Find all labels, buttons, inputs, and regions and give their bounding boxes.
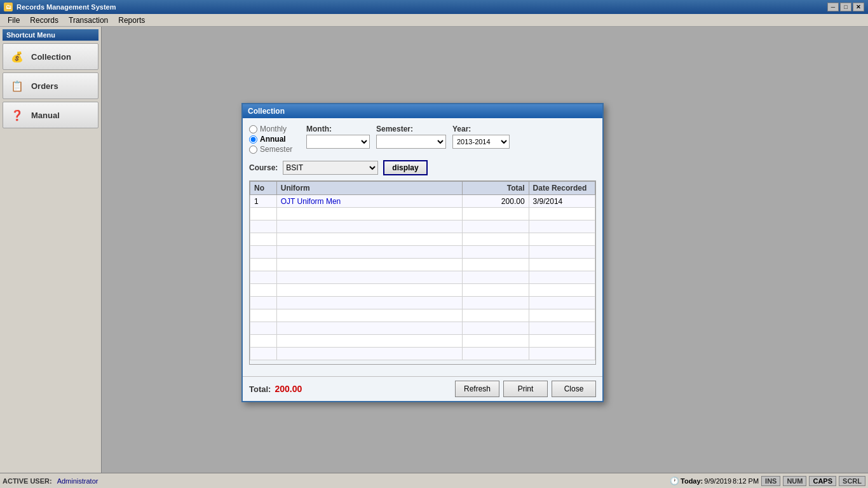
month-label: Month: [306,125,370,133]
cell-uniform: OJT Uniform Men [276,195,462,208]
status-bar: ACTIVE USER: Administrator 🕐 Today: 9/9/… [0,473,868,488]
course-label: Course: [249,163,278,172]
clock-time: 8:12 PM [733,477,759,485]
table-wrapper: No Uniform Total Date Recorded 1 OJT Uni… [249,180,596,365]
data-table: No Uniform Total Date Recorded 1 OJT Uni… [250,181,595,360]
title-bar-left: 🗂 Records Management System [4,3,116,11]
table-row-empty [250,297,595,309]
total-value: 200.00 [275,384,302,394]
table-row: 1 OJT Uniform Men 200.00 3/9/2014 [250,195,595,208]
total-area: Total: 200.00 [249,384,302,394]
total-label: Total: [249,384,271,394]
semester-label: Semester [260,145,292,154]
table-row-empty [250,309,595,322]
table-row-empty [250,208,595,220]
semester-filter-group: Semester: 1st Semester 2nd Semester [376,125,446,149]
year-select[interactable]: 2013-2014 2014-2015 2015-2016 [452,135,510,149]
scrl-indicator: SCRL [839,476,865,486]
caps-indicator: CAPS [809,476,836,486]
dialog-title: Collection [248,107,285,116]
table-row-empty [250,220,595,233]
dialog-body: Monthly Annual Semester Mon [243,118,602,376]
menu-records[interactable]: Records [25,15,64,26]
footer-buttons: Refresh Print Close [455,381,596,397]
restore-button[interactable]: □ [840,3,851,11]
table-row-empty [250,233,595,246]
table-header-row: No Uniform Total Date Recorded [250,182,595,195]
manual-icon: ❓ [8,106,26,124]
menu-reports[interactable]: Reports [113,15,150,26]
orders-label: Orders [31,81,58,91]
table-row-empty [250,335,595,348]
col-total: Total [463,182,529,195]
month-filter-group: Month: January February March April May … [306,125,370,149]
close-dialog-button[interactable]: Close [552,381,596,397]
table-row-empty [250,348,595,360]
ins-indicator: INS [761,476,780,486]
collection-button[interactable]: 💰 Collection [3,43,98,70]
year-filter-label: Year: [452,125,510,133]
num-indicator: NUM [783,476,806,486]
menu-bar: File Records Transaction Reports [0,14,868,27]
annual-label: Annual [260,135,286,144]
display-button[interactable]: display [383,160,427,175]
active-user-value: Administrator [57,477,98,485]
dialog-footer: Total: 200.00 Refresh Print Close [243,376,602,401]
table-row-empty [250,259,595,271]
year-filter-group: Year: 2013-2014 2014-2015 2015-2016 [452,125,510,149]
print-button[interactable]: Print [503,381,548,397]
collection-label: Collection [31,52,71,62]
refresh-button[interactable]: Refresh [455,381,499,397]
annual-radio-row[interactable]: Annual [249,135,306,144]
table-row-empty [250,284,595,297]
close-button[interactable]: ✕ [853,3,864,11]
table-row-empty [250,322,595,335]
table-body: 1 OJT Uniform Men 200.00 3/9/2014 [250,195,595,360]
radio-group: Monthly Annual Semester [249,125,306,154]
col-no: No [250,182,277,195]
date-filters: Month: January February March April May … [306,125,596,154]
status-right: 🕐 Today: 9/9/2019 8:12 PM INS NUM CAPS S… [670,476,865,486]
filter-section: Monthly Annual Semester Mon [249,125,596,154]
menu-transaction[interactable]: Transaction [64,15,113,26]
month-select[interactable]: January February March April May June Ju… [306,135,370,149]
monthly-radio[interactable] [249,125,257,133]
shortcut-menu-label: Shortcut Menu [3,29,98,41]
col-uniform: Uniform [276,182,462,195]
manual-button[interactable]: ❓ Manual [3,102,98,128]
main-layout: Shortcut Menu 💰 Collection 📋 Orders ❓ Ma… [0,27,868,473]
monthly-radio-row[interactable]: Monthly [249,125,306,133]
sidebar: Shortcut Menu 💰 Collection 📋 Orders ❓ Ma… [0,27,102,473]
clock-area: 🕐 Today: 9/9/2019 8:12 PM [670,477,759,485]
content-area: Collection Monthly Annual [102,27,868,473]
today-label: Today: [681,477,703,485]
title-bar: 🗂 Records Management System ─ □ ✕ [0,0,868,14]
cell-no: 1 [250,195,277,208]
collection-icon: 💰 [8,48,26,65]
semester-radio-row[interactable]: Semester [249,145,306,154]
today-date: 9/9/2019 [704,477,731,485]
semester-radio[interactable] [249,146,257,154]
app-icon: 🗂 [4,3,13,11]
dialog-titlebar: Collection [243,104,602,118]
semester-filter-label: Semester: [376,125,446,133]
cell-date-recorded: 3/9/2014 [529,195,595,208]
clock-icon: 🕐 [670,477,679,485]
menu-file[interactable]: File [3,15,25,26]
orders-icon: 📋 [8,77,26,95]
semester-select[interactable]: 1st Semester 2nd Semester [376,135,446,149]
col-date-recorded: Date Recorded [529,182,595,195]
minimize-button[interactable]: ─ [827,3,839,11]
orders-button[interactable]: 📋 Orders [3,72,98,99]
table-row-empty [250,271,595,284]
monthly-label: Monthly [260,125,287,133]
course-row: Course: BSIT BSCS BSIS BSBA BSA display [249,160,596,175]
active-user-label: ACTIVE USER: [3,477,52,485]
cell-total: 200.00 [463,195,529,208]
title-bar-controls[interactable]: ─ □ ✕ [827,3,864,11]
manual-label: Manual [31,111,60,120]
course-select[interactable]: BSIT BSCS BSIS BSBA BSA [283,161,378,175]
table-row-empty [250,246,595,259]
annual-radio[interactable] [249,135,257,144]
app-title: Records Management System [17,3,116,11]
